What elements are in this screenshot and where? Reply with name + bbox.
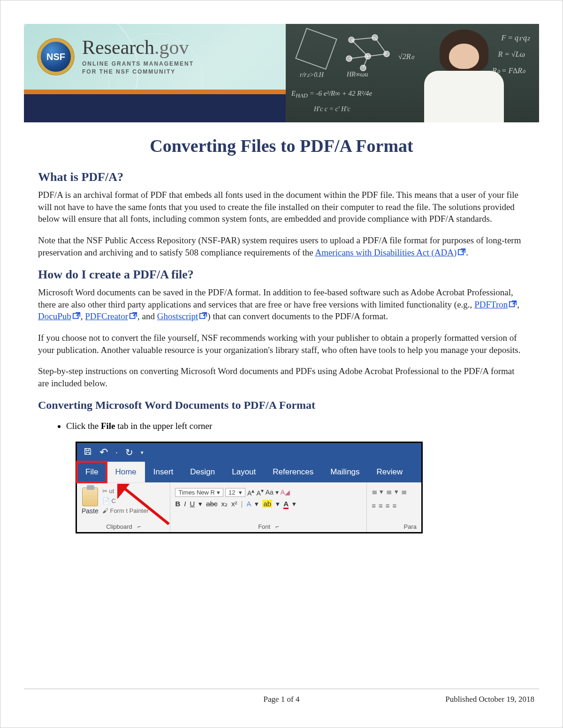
section1-p2-post: . (466, 248, 468, 257)
cut-button: ✂ ut (102, 488, 149, 495)
word-screenshot: ↶ · ↻ ▾ File Home Insert Design Layout R… (76, 442, 423, 533)
ribbon-group-font: Times New R ▾ 12 ▾ A▴ A▾ Aa ▾ A◢ B I U ▾… (170, 483, 367, 532)
paste-button: Paste (82, 485, 99, 515)
svg-rect-12 (458, 249, 464, 255)
external-link-icon (509, 300, 517, 308)
superscript-icon: x² (231, 500, 237, 508)
brand-line1: ONLINE GRANTS MANAGEMENT (82, 60, 194, 67)
section2-p1: Microsoft Word documents can be saved in… (38, 286, 525, 323)
svg-line-8 (351, 40, 368, 56)
svg-rect-13 (510, 301, 515, 307)
external-link-icon (199, 311, 207, 320)
section2-p2: If you choose not to convert the file yo… (38, 332, 525, 356)
shrink-font-icon: A▾ (256, 488, 263, 497)
document-body: Converting Files to PDF/A Format What is… (24, 122, 539, 689)
chalk-formula-4: √2R₀ (398, 52, 414, 61)
section1-heading: What is PDF/A? (38, 170, 525, 184)
tab-layout: Layout (223, 462, 264, 482)
ada-link[interactable]: Americans with Disabilities Act (ADA) (315, 248, 456, 257)
svg-rect-15 (130, 314, 135, 319)
word-ribbon: Paste ✂ ut 📄 C 🖌 Form t Painter Clipboar… (77, 482, 421, 532)
svg-line-7 (375, 38, 387, 54)
font-size-selector: 12 ▾ (225, 488, 245, 497)
underline-icon: U (190, 500, 195, 508)
pdftron-link[interactable]: PDFTron (474, 300, 508, 309)
paste-icon (82, 488, 98, 506)
svg-rect-14 (73, 314, 78, 319)
nsf-logo-icon (38, 39, 74, 75)
strike-icon: abc (206, 500, 217, 508)
person-scientist (417, 29, 511, 122)
nsf-logo-wrap (38, 39, 74, 75)
chalk-formula-5: r/r₂>0.H (300, 71, 324, 79)
tab-home: Home (107, 462, 145, 482)
arms (436, 99, 492, 118)
steps-list: Click the File tab in the upper left cor… (66, 420, 525, 433)
text-effects-icon: A (246, 500, 251, 508)
brand-text: Research.gov ONLINE GRANTS MANAGEMENT FO… (82, 38, 194, 76)
redo-icon: ↻ (125, 447, 133, 458)
ribbon-group-clipboard: Paste ✂ ut 📄 C 🖌 Form t Painter Clipboar… (77, 483, 170, 532)
banner-photo: F = q₁·q₂ R = √Lω R₀ = F∆R₀ √2R₀ r/r₂>0.… (286, 24, 539, 122)
step-1: Click the File tab in the upper left cor… (66, 420, 525, 433)
align-right-icon: ≡ (386, 502, 390, 510)
pdfcreator-link[interactable]: PDFCreator (85, 311, 128, 321)
section1-p2: Note that the NSF Public Access Reposito… (38, 234, 525, 258)
ribbon-group-paragraph: ≣ ▾ ≣ ▾ ≣ ≡ ≡ ≡ ≡ Para (367, 483, 421, 532)
step1-bold: File (101, 421, 115, 431)
tab-file: File (77, 462, 107, 482)
tab-mailings: Mailings (322, 462, 368, 482)
clipboard-actions: ✂ ut 📄 C 🖌 Form t Painter (102, 485, 149, 514)
clipboard-label: Clipboard ⌐ (82, 523, 165, 531)
word-tabs: File Home Insert Design Layout Reference… (77, 462, 421, 482)
save-icon (84, 447, 92, 458)
section2-heading: How do I create a PDF/A file? (38, 268, 525, 282)
chalk-formula-8: H'c c = c' H'c (314, 105, 350, 113)
bullets-icon: ≣ ▾ (372, 488, 383, 496)
header-banner: Research.gov ONLINE GRANTS MANAGEMENT FO… (24, 24, 539, 122)
chalk-graph-icon (342, 30, 394, 73)
para-label: Para (372, 523, 417, 531)
align-left-icon: ≡ (372, 502, 376, 510)
font-color-icon: A (283, 500, 289, 508)
section2-p3: Step-by-step instructions on converting … (38, 365, 525, 389)
brand-suffix: .gov (154, 37, 189, 58)
word-quick-access-toolbar: ↶ · ↻ ▾ (77, 443, 421, 462)
docupub-link[interactable]: DocuPub (38, 311, 71, 321)
svg-line-6 (351, 38, 375, 40)
external-link-icon (72, 311, 81, 320)
chalk-polyhedron-icon (295, 28, 337, 70)
tab-insert: Insert (145, 462, 182, 482)
footer-page: Page 1 of 4 (264, 695, 300, 704)
font-name-selector: Times New R ▾ (175, 488, 223, 497)
brand-line2: FOR THE NSF COMMUNITY (82, 68, 175, 75)
justify-icon: ≡ (393, 502, 397, 510)
section3-heading: Converting Microsoft Word Documents to P… (38, 399, 525, 412)
bold-icon: B (175, 500, 180, 508)
format-painter-button: 🖌 Form t Painter (102, 507, 149, 514)
align-center-icon: ≡ (379, 502, 383, 510)
italic-icon: I (184, 500, 186, 508)
section1-p1: PDF/A is an archival format of PDF that … (38, 189, 525, 225)
tab-references: References (264, 462, 322, 482)
hair (440, 30, 488, 72)
font-label: Font ⌐ (175, 523, 362, 531)
grow-font-icon: A▴ (247, 488, 254, 497)
external-link-icon (457, 248, 466, 256)
customize-icon: ▾ (141, 450, 144, 456)
document-page: Research.gov ONLINE GRANTS MANAGEMENT FO… (0, 0, 563, 728)
tab-design: Design (182, 462, 223, 482)
multilevel-icon: ≣ (401, 488, 407, 496)
ghostscript-link[interactable]: Ghostscript (157, 311, 198, 321)
subscript-icon: x₂ (221, 500, 228, 508)
change-case-icon: Aa ▾ (266, 488, 279, 496)
external-link-icon (129, 311, 137, 320)
clear-format-icon: A◢ (281, 488, 290, 496)
tab-review: Review (368, 462, 411, 482)
chalk-formula-6: HR∞ωu (347, 71, 368, 78)
highlight-icon: ab (262, 500, 272, 508)
brand-subtitle: ONLINE GRANTS MANAGEMENT FOR THE NSF COM… (82, 60, 194, 76)
copy-button: 📄 C (102, 497, 149, 504)
page-footer: Page 1 of 4 Published October 19, 2018 (24, 689, 539, 704)
undo-icon: ↶ (99, 446, 108, 458)
